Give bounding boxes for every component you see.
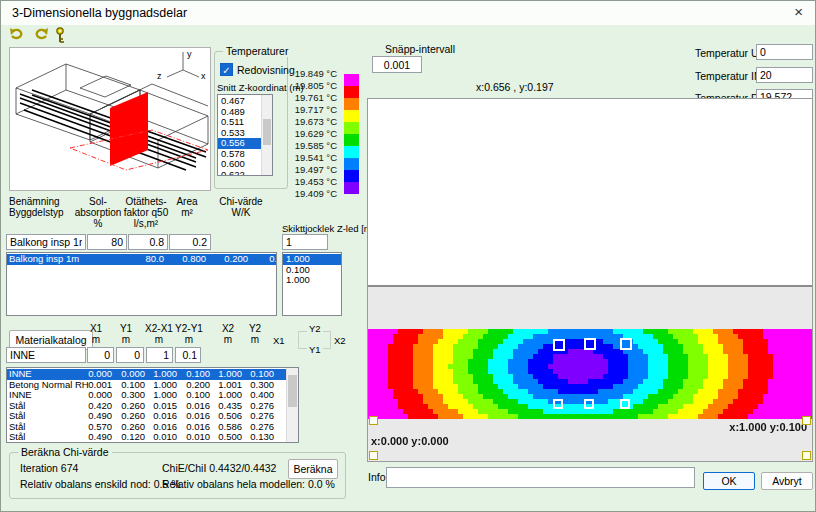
redovisning-checkbox[interactable]	[220, 63, 233, 76]
z-value-item[interactable]: 0.622	[218, 170, 262, 177]
layers-list-scrollbar[interactable]	[286, 368, 298, 442]
geometry-col-header: Y2	[233, 324, 277, 335]
scale-tick-label: 19.629 °C	[293, 128, 337, 140]
layer-list-row[interactable]: Betong Normal RH0.0010.1001.0000.2001.00…	[7, 380, 287, 391]
col-chivarde-2: W/K	[211, 208, 271, 219]
scale-tick-label: 19.673 °C	[293, 116, 337, 128]
scale-tick-label: 19.497 °C	[293, 164, 337, 176]
temperaturer-group-label: Temperaturer	[223, 45, 291, 57]
scale-tick-label: 19.761 °C	[293, 92, 337, 104]
colorbar-segment	[344, 158, 359, 170]
corner-max-label: x:1.000 y:0.100	[729, 421, 807, 433]
colorbar-segment	[344, 110, 359, 122]
area-field[interactable]	[169, 234, 211, 250]
colorbar-segment	[344, 182, 359, 194]
geometry-col-header: m	[167, 335, 211, 346]
axis-y-label: y	[187, 49, 192, 59]
layers-list[interactable]: INNE0.0000.0001.0000.1001.0000.100Betong…	[6, 367, 299, 443]
ok-button[interactable]: OK	[703, 472, 755, 490]
colorbar-segment	[344, 134, 359, 146]
sol-absorption-field[interactable]	[87, 234, 127, 250]
x2x1-field[interactable]	[146, 347, 173, 363]
temp-ute-field[interactable]	[756, 44, 813, 60]
scale-tick-label: 19.805 °C	[293, 80, 337, 92]
key-icon[interactable]	[54, 27, 66, 43]
skikt-value-item[interactable]: 1.000	[283, 275, 341, 286]
redo-icon[interactable]	[31, 27, 49, 43]
scale-tick-label: 19.453 °C	[293, 176, 337, 188]
section-divider-strip	[368, 285, 812, 329]
scale-tick-label: 19.409 °C	[293, 188, 337, 200]
colorbar-segment	[344, 86, 359, 98]
x1-field[interactable]	[87, 347, 114, 363]
close-icon[interactable]: ×	[794, 4, 803, 20]
snapp-intervall-label: Snäpp-intervall	[385, 43, 455, 55]
colorbar-segment	[344, 122, 359, 134]
resize-handle[interactable]	[369, 451, 378, 460]
parts-list[interactable]: Balkong insp 1m80.00.8000.2000.443	[6, 252, 277, 316]
iteration-label: Iteration 674	[20, 462, 78, 474]
section-plane[interactable]	[110, 92, 148, 166]
scale-tick-label: 19.717 °C	[293, 104, 337, 116]
window-title: 3-Dimensionella byggnadsdelar	[12, 6, 187, 20]
info-field[interactable]	[386, 467, 695, 488]
geometry-col-header: Y2-Y1	[167, 324, 211, 335]
diagram-x2-label: X2	[334, 335, 346, 346]
viewport-3d[interactable]: y x z	[9, 47, 211, 191]
layer-list-row[interactable]: INNE0.0000.0001.0000.1001.0000.100	[7, 369, 287, 380]
col-otathets-3: l/s,m²	[114, 219, 178, 230]
cursor-position-label: x:0.656 , y:0.197	[476, 81, 554, 93]
diagram-x1-label: X1	[273, 335, 285, 346]
layer-list-row[interactable]: Stål0.4200.2600.0150.0160.4350.276	[7, 401, 287, 412]
z-value-item[interactable]: 0.511	[218, 117, 262, 128]
temperature-scale-labels: 19.849 °C19.805 °C19.761 °C19.717 °C19.6…	[293, 68, 337, 200]
part-name-field[interactable]	[6, 234, 86, 250]
temperature-colorbar	[344, 74, 359, 194]
z-value-item[interactable]: 0.556	[218, 138, 262, 149]
z-value-item[interactable]: 0.467	[218, 96, 262, 107]
resize-handle[interactable]	[802, 416, 811, 425]
col-byggdelstyp: Byggdelstyp	[9, 208, 63, 219]
diagram-y1-label: Y1	[307, 344, 323, 355]
geometry-col-header: m	[233, 335, 277, 346]
avbryt-button[interactable]: Avbryt	[761, 472, 813, 490]
scale-tick-label: 19.585 °C	[293, 140, 337, 152]
titlebar[interactable]: 3-Dimensionella byggnadsdelar ×	[1, 1, 815, 25]
z-list-scrollbar[interactable]	[261, 95, 272, 175]
col-benamning: Benämning	[9, 197, 60, 208]
z-value-item[interactable]: 0.600	[218, 159, 262, 170]
skikttjocklek-list[interactable]: 1.0000.1001.000	[282, 252, 342, 316]
berakna-group-label: Beräkna Chi-värde	[18, 446, 112, 458]
layer-list-row[interactable]: Stål0.4900.2600.0160.0160.5060.276	[7, 411, 287, 422]
berakna-button[interactable]: Beräkna	[288, 459, 338, 479]
scale-tick-label: 19.541 °C	[293, 152, 337, 164]
diagram-y2-label: Y2	[307, 323, 323, 334]
layer-list-row[interactable]: Stål0.4900.1200.0100.0100.5000.130	[7, 432, 287, 443]
resize-handle[interactable]	[802, 451, 811, 460]
undo-icon[interactable]	[9, 27, 27, 43]
colorbar-segment	[344, 170, 359, 182]
z-coordinate-list[interactable]: 0.4670.4890.5110.5330.5560.5780.6000.622…	[217, 94, 273, 176]
chi-result-label: ChiE/ChiI 0.4432/0.4432	[162, 462, 276, 474]
section-view-area[interactable]: x:1.000 y:0.100 x:0.000 y:0.000	[367, 98, 813, 462]
q50-field[interactable]	[128, 234, 168, 250]
snitt-z-label: Snitt Z-koordinat (m)	[217, 82, 304, 93]
skikt-value-item[interactable]: 1.000	[283, 254, 341, 265]
layer-list-row[interactable]: INNE0.0000.3001.0000.1001.0000.400	[7, 390, 287, 401]
y2y1-field[interactable]	[175, 347, 201, 363]
resize-handle[interactable]	[369, 416, 378, 425]
info-label: Info	[368, 471, 386, 483]
dialog-3d-byggnadsdelar: 3-Dimensionella byggnadsdelar ×	[0, 0, 816, 512]
layer-list-row[interactable]: Stål0.5700.2600.0160.0160.5860.276	[7, 422, 287, 433]
colorbar-segment	[344, 98, 359, 110]
redovisning-label: Redovisning	[237, 64, 295, 76]
col-chivarde-1: Chi-värde	[211, 197, 271, 208]
heatmap-canvas[interactable]	[368, 329, 812, 419]
obalans-nod-label: Relativ obalans enskild nod: 0.5 %	[20, 478, 181, 490]
temp-inne-field[interactable]	[756, 67, 813, 83]
y1-field[interactable]	[116, 347, 144, 363]
snapp-intervall-field[interactable]	[372, 56, 422, 73]
layer-name-field[interactable]	[6, 347, 86, 363]
skikttjocklek-field[interactable]	[282, 234, 328, 250]
parts-list-row[interactable]: Balkong insp 1m80.00.8000.2000.443	[7, 254, 276, 265]
